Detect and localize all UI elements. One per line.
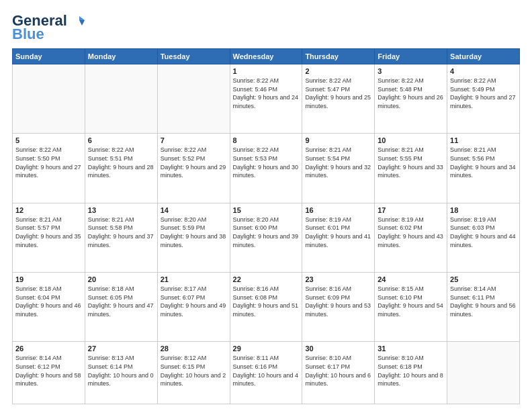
day-detail: Sunrise: 8:22 AMSunset: 5:51 PMDaylight:…: [88, 146, 154, 179]
calendar-cell: 19Sunrise: 8:18 AMSunset: 6:04 PMDayligh…: [13, 273, 85, 342]
calendar-cell: [157, 64, 230, 134]
calendar-cell: 9Sunrise: 8:21 AMSunset: 5:54 PMDaylight…: [302, 134, 375, 203]
day-number: 26: [15, 345, 82, 353]
calendar-cell: [13, 64, 85, 134]
day-number: 9: [305, 136, 371, 144]
day-number: 17: [378, 206, 444, 214]
day-detail: Sunrise: 8:17 AMSunset: 6:07 PMDaylight:…: [161, 285, 227, 318]
calendar-cell: 22Sunrise: 8:16 AMSunset: 6:08 PMDayligh…: [230, 273, 302, 342]
day-number: 12: [15, 206, 82, 214]
logo-bird-icon: [70, 13, 85, 28]
day-detail: Sunrise: 8:16 AMSunset: 6:08 PMDaylight:…: [233, 285, 300, 318]
day-detail: Sunrise: 8:21 AMSunset: 5:55 PMDaylight:…: [378, 146, 444, 179]
day-number: 6: [88, 136, 154, 144]
header: General Blue: [12, 12, 520, 43]
day-detail: Sunrise: 8:22 AMSunset: 5:52 PMDaylight:…: [161, 146, 227, 179]
calendar-cell: 1Sunrise: 8:22 AMSunset: 5:46 PMDaylight…: [230, 64, 302, 134]
week-row-5: 26Sunrise: 8:14 AMSunset: 6:12 PMDayligh…: [13, 342, 520, 404]
day-detail: Sunrise: 8:22 AMSunset: 5:48 PMDaylight:…: [378, 77, 444, 110]
week-row-4: 19Sunrise: 8:18 AMSunset: 6:04 PMDayligh…: [13, 273, 520, 342]
day-detail: Sunrise: 8:21 AMSunset: 5:54 PMDaylight:…: [305, 146, 371, 179]
day-number: 16: [305, 206, 371, 214]
day-detail: Sunrise: 8:12 AMSunset: 6:15 PMDaylight:…: [161, 354, 227, 387]
weekday-friday: Friday: [375, 49, 447, 64]
calendar-cell: 25Sunrise: 8:14 AMSunset: 6:11 PMDayligh…: [447, 273, 520, 342]
day-detail: Sunrise: 8:18 AMSunset: 6:05 PMDaylight:…: [88, 285, 154, 318]
day-number: 18: [450, 206, 517, 214]
calendar-cell: 14Sunrise: 8:20 AMSunset: 5:59 PMDayligh…: [157, 203, 230, 272]
week-row-3: 12Sunrise: 8:21 AMSunset: 5:57 PMDayligh…: [13, 203, 520, 272]
calendar-cell: 21Sunrise: 8:17 AMSunset: 6:07 PMDayligh…: [157, 273, 230, 342]
day-detail: Sunrise: 8:21 AMSunset: 5:57 PMDaylight:…: [15, 216, 82, 249]
day-number: 7: [161, 136, 227, 144]
day-number: 1: [233, 67, 300, 75]
day-number: 10: [378, 136, 444, 144]
calendar-cell: 11Sunrise: 8:21 AMSunset: 5:56 PMDayligh…: [447, 134, 520, 203]
calendar-cell: 8Sunrise: 8:22 AMSunset: 5:53 PMDaylight…: [230, 134, 302, 203]
day-number: 5: [15, 136, 82, 144]
day-detail: Sunrise: 8:22 AMSunset: 5:49 PMDaylight:…: [450, 77, 517, 110]
day-detail: Sunrise: 8:18 AMSunset: 6:04 PMDaylight:…: [15, 285, 82, 318]
calendar-cell: 2Sunrise: 8:22 AMSunset: 5:47 PMDaylight…: [302, 64, 375, 134]
weekday-tuesday: Tuesday: [157, 49, 230, 64]
day-number: 30: [305, 345, 371, 353]
day-detail: Sunrise: 8:13 AMSunset: 6:14 PMDaylight:…: [88, 354, 154, 387]
calendar-cell: 12Sunrise: 8:21 AMSunset: 5:57 PMDayligh…: [13, 203, 85, 272]
day-detail: Sunrise: 8:14 AMSunset: 6:12 PMDaylight:…: [15, 354, 82, 387]
calendar-table: SundayMondayTuesdayWednesdayThursdayFrid…: [12, 48, 520, 404]
day-number: 23: [305, 275, 371, 283]
weekday-sunday: Sunday: [13, 49, 85, 64]
calendar-cell: 30Sunrise: 8:10 AMSunset: 6:17 PMDayligh…: [302, 342, 375, 404]
logo: General Blue: [12, 12, 85, 43]
calendar-cell: 7Sunrise: 8:22 AMSunset: 5:52 PMDaylight…: [157, 134, 230, 203]
day-detail: Sunrise: 8:20 AMSunset: 6:00 PMDaylight:…: [233, 216, 300, 249]
day-number: 31: [378, 345, 444, 353]
day-detail: Sunrise: 8:19 AMSunset: 6:02 PMDaylight:…: [378, 216, 444, 249]
svg-marker-0: [79, 16, 85, 20]
svg-marker-1: [79, 20, 85, 26]
day-detail: Sunrise: 8:19 AMSunset: 6:01 PMDaylight:…: [305, 216, 371, 249]
day-number: 20: [88, 275, 154, 283]
weekday-header-row: SundayMondayTuesdayWednesdayThursdayFrid…: [13, 49, 520, 64]
calendar-cell: 20Sunrise: 8:18 AMSunset: 6:05 PMDayligh…: [85, 273, 157, 342]
day-detail: Sunrise: 8:11 AMSunset: 6:16 PMDaylight:…: [233, 354, 300, 387]
day-number: 15: [233, 206, 300, 214]
day-detail: Sunrise: 8:10 AMSunset: 6:18 PMDaylight:…: [378, 354, 444, 387]
day-detail: Sunrise: 8:22 AMSunset: 5:46 PMDaylight:…: [233, 77, 300, 110]
calendar-cell: 31Sunrise: 8:10 AMSunset: 6:18 PMDayligh…: [375, 342, 447, 404]
logo-blue-text: Blue: [12, 26, 44, 43]
day-number: 14: [161, 206, 227, 214]
calendar-cell: 23Sunrise: 8:16 AMSunset: 6:09 PMDayligh…: [302, 273, 375, 342]
calendar-cell: 24Sunrise: 8:15 AMSunset: 6:10 PMDayligh…: [375, 273, 447, 342]
day-number: 4: [450, 67, 517, 75]
weekday-wednesday: Wednesday: [230, 49, 302, 64]
day-detail: Sunrise: 8:15 AMSunset: 6:10 PMDaylight:…: [378, 285, 444, 318]
day-number: 22: [233, 275, 300, 283]
day-number: 21: [161, 275, 227, 283]
day-detail: Sunrise: 8:20 AMSunset: 5:59 PMDaylight:…: [161, 216, 227, 249]
day-detail: Sunrise: 8:22 AMSunset: 5:53 PMDaylight:…: [233, 146, 300, 179]
weekday-saturday: Saturday: [447, 49, 520, 64]
day-number: 3: [378, 67, 444, 75]
day-number: 13: [88, 206, 154, 214]
day-number: 19: [15, 275, 82, 283]
day-detail: Sunrise: 8:21 AMSunset: 5:58 PMDaylight:…: [88, 216, 154, 249]
day-number: 25: [450, 275, 517, 283]
day-number: 24: [378, 275, 444, 283]
day-detail: Sunrise: 8:16 AMSunset: 6:09 PMDaylight:…: [305, 285, 371, 318]
day-number: 11: [450, 136, 517, 144]
calendar-cell: 3Sunrise: 8:22 AMSunset: 5:48 PMDaylight…: [375, 64, 447, 134]
calendar-cell: 6Sunrise: 8:22 AMSunset: 5:51 PMDaylight…: [85, 134, 157, 203]
calendar-cell: [85, 64, 157, 134]
calendar-cell: 13Sunrise: 8:21 AMSunset: 5:58 PMDayligh…: [85, 203, 157, 272]
day-detail: Sunrise: 8:22 AMSunset: 5:50 PMDaylight:…: [15, 146, 82, 179]
week-row-2: 5Sunrise: 8:22 AMSunset: 5:50 PMDaylight…: [13, 134, 520, 203]
calendar-cell: 16Sunrise: 8:19 AMSunset: 6:01 PMDayligh…: [302, 203, 375, 272]
day-number: 29: [233, 345, 300, 353]
calendar-cell: 29Sunrise: 8:11 AMSunset: 6:16 PMDayligh…: [230, 342, 302, 404]
calendar-cell: 10Sunrise: 8:21 AMSunset: 5:55 PMDayligh…: [375, 134, 447, 203]
day-detail: Sunrise: 8:19 AMSunset: 6:03 PMDaylight:…: [450, 216, 517, 249]
calendar-cell: [447, 342, 520, 404]
day-detail: Sunrise: 8:22 AMSunset: 5:47 PMDaylight:…: [305, 77, 371, 110]
weekday-monday: Monday: [85, 49, 157, 64]
